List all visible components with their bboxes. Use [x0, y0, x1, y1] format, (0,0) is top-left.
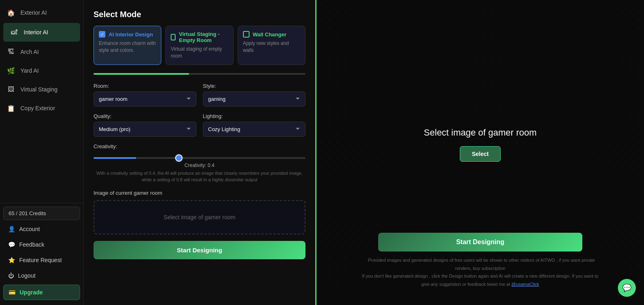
select-mode-title: Select Mode [94, 10, 305, 19]
style-label: Style: [203, 83, 306, 89]
quality-group: Quality: Low Medium (pro) High (pro) Ult… [94, 113, 196, 137]
sidebar: 🏠 Exterior AI 🛋 Interior AI 🏗 Arch AI 🌿 … [0, 0, 84, 305]
copy-exterior-icon: 📋 [7, 104, 16, 113]
mode-desc-ai-interior: Enhance room charm with style and colors… [99, 40, 156, 54]
account-icon: 👤 [8, 226, 15, 232]
sidebar-item-copy-exterior[interactable]: 📋 Copy Exterior [0, 99, 83, 118]
image-section: Image of current gamer room Select image… [94, 190, 305, 234]
yard-ai-icon: 🌿 [7, 66, 16, 75]
chat-support-bubble[interactable]: 💬 [618, 279, 636, 297]
creativity-label: Creativity: [94, 143, 305, 149]
image-upload-area[interactable]: Select image of gamer room [94, 200, 305, 234]
creativity-value-display: Creativity: 0.4 [94, 163, 305, 168]
feedback-label: Feedback [19, 241, 44, 248]
style-select[interactable]: gaming modern minimalist cozy industrial… [203, 91, 306, 107]
virtual-staging-icon: 🖼 [7, 85, 16, 94]
logout-icon: ⏻ [8, 272, 14, 279]
chat-icon: 💬 [622, 283, 631, 292]
right-content: Select image of gamer room Select [424, 127, 537, 162]
mode-checkbox-ai-interior[interactable]: ✓ [99, 31, 105, 38]
upgrade-label: Upgrade [20, 289, 43, 296]
sidebar-item-interior-ai[interactable]: 🛋 Interior AI [3, 23, 80, 42]
twitter-handle-link[interactable]: @usamaClick [511, 282, 539, 287]
arch-ai-icon: 🏗 [7, 47, 16, 56]
select-image-title: Select image of gamer room [424, 127, 537, 138]
mode-card-header: ✓ AI Interior Design [99, 31, 156, 38]
right-bottom: Start Designing · Provided images and ge… [316, 233, 644, 289]
account-button[interactable]: 👤 Account [3, 222, 80, 236]
notice-text: · Provided images and generated designs … [358, 256, 603, 289]
room-style-row: Room: gamer room living room bedroom kit… [94, 83, 305, 107]
main-panel: Select Mode ✓ AI Interior Design Enhance… [84, 0, 316, 305]
progress-bar [94, 73, 305, 75]
credits-display: 65 / 201 Credits [3, 207, 80, 220]
quality-label: Quality: [94, 113, 196, 119]
quality-lighting-row: Quality: Low Medium (pro) High (pro) Ult… [94, 113, 305, 137]
sidebar-item-yard-ai[interactable]: 🌿 Yard AI [0, 61, 83, 80]
credits-text: 65 / 201 Credits [9, 210, 46, 216]
feature-request-icon: ⭐ [8, 257, 15, 263]
mode-card-ai-interior[interactable]: ✓ AI Interior Design Enhance room charm … [94, 26, 161, 65]
logout-button[interactable]: ⏻ Logout [3, 268, 80, 283]
creativity-slider-container [94, 154, 305, 160]
creativity-slider[interactable] [94, 157, 305, 159]
exterior-ai-icon: 🏠 [7, 8, 16, 17]
lighting-group: Lighting: Cozy Lighting Bright Natural W… [203, 113, 306, 137]
mode-title-wall-changer: Wall Changer [253, 31, 287, 38]
feedback-icon: 💬 [8, 241, 15, 248]
feature-request-button[interactable]: ⭐ Feature Request [3, 253, 80, 267]
upgrade-button[interactable]: 💳 Upgrade [3, 285, 80, 300]
image-section-title: Image of current gamer room [94, 190, 305, 196]
sidebar-item-label: Virtual Staging [20, 86, 58, 93]
upgrade-icon: 💳 [9, 289, 16, 296]
sidebar-item-label: Interior AI [24, 29, 48, 36]
mode-desc-wall-changer: Apply new styles and walls [243, 40, 300, 54]
mode-title-ai-interior: AI Interior Design [109, 31, 153, 38]
creativity-section: Creativity: Creativity: 0.4 With a creat… [94, 143, 305, 183]
sidebar-item-label: Exterior AI [20, 9, 47, 16]
mode-cards: ✓ AI Interior Design Enhance room charm … [94, 26, 305, 65]
mode-card-header-wc: Wall Changer [243, 31, 300, 38]
right-panel: Select image of gamer room Select Start … [316, 0, 644, 305]
notice-line-1: · Provided images and generated designs … [365, 258, 595, 271]
room-label: Room: [94, 83, 196, 89]
mode-card-virtual-staging[interactable]: Virtual Staging - Empty Room Virtual sta… [165, 26, 233, 65]
select-image-button[interactable]: Select [460, 146, 500, 162]
feature-request-label: Feature Request [19, 257, 62, 263]
sidebar-nav: 🏠 Exterior AI 🛋 Interior AI 🏗 Arch AI 🌿 … [0, 0, 83, 203]
account-label: Account [19, 226, 40, 232]
lighting-label: Lighting: [203, 113, 306, 119]
sidebar-bottom: 65 / 201 Credits 👤 Account 💬 Feedback ⭐ … [0, 203, 83, 305]
interior-ai-icon: 🛋 [10, 28, 19, 37]
sidebar-item-label: Copy Exterior [20, 105, 55, 111]
creativity-description: With a creativity setting of 0.4, the AI… [94, 170, 305, 183]
style-group: Style: gaming modern minimalist cozy ind… [203, 83, 306, 107]
image-upload-placeholder: Select image of gamer room [164, 214, 236, 220]
mode-card-wall-changer[interactable]: Wall Changer Apply new styles and walls [238, 26, 305, 65]
mode-checkbox-virtual-staging[interactable] [171, 34, 176, 40]
sidebar-item-virtual-staging[interactable]: 🖼 Virtual Staging [0, 80, 83, 99]
quality-select[interactable]: Low Medium (pro) High (pro) Ultra (pro) [94, 122, 196, 137]
mode-checkbox-wall-changer[interactable] [243, 31, 250, 38]
sidebar-item-label: Arch AI [20, 49, 39, 55]
start-designing-right-button[interactable]: Start Designing [378, 233, 582, 252]
mode-desc-virtual-staging: Virtual staging of empty room [171, 46, 228, 60]
lighting-select[interactable]: Cozy Lighting Bright Natural Warm Cool D… [203, 122, 306, 137]
notice-line-2: If you don't like generated design , cli… [362, 274, 598, 287]
logout-label: Logout [18, 272, 36, 279]
sidebar-item-exterior-ai[interactable]: 🏠 Exterior AI [0, 3, 83, 22]
mode-card-header-vs: Virtual Staging - Empty Room [171, 31, 228, 43]
feedback-button[interactable]: 💬 Feedback [3, 237, 80, 252]
mode-title-virtual-staging: Virtual Staging - Empty Room [179, 31, 228, 43]
sidebar-item-label: Yard AI [20, 67, 39, 74]
progress-fill [94, 73, 189, 75]
start-designing-main-button[interactable]: Start Designing [94, 241, 305, 259]
sidebar-item-arch-ai[interactable]: 🏗 Arch AI [0, 42, 83, 61]
room-group: Room: gamer room living room bedroom kit… [94, 83, 196, 107]
room-select[interactable]: gamer room living room bedroom kitchen b… [94, 91, 196, 107]
